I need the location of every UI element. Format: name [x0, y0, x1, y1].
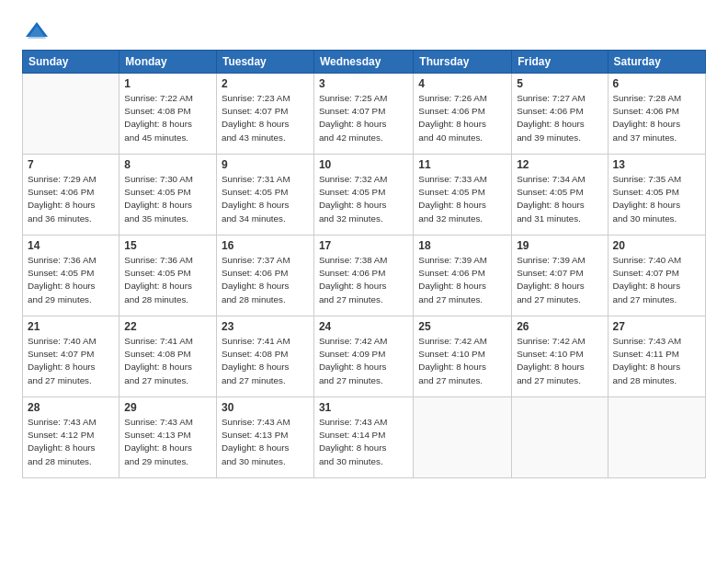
calendar-cell: 17Sunrise: 7:38 AMSunset: 4:06 PMDayligh…	[313, 236, 413, 316]
day-number: 14	[28, 239, 114, 252]
day-number: 5	[517, 77, 602, 90]
calendar-cell: 13Sunrise: 7:35 AMSunset: 4:05 PMDayligh…	[608, 155, 705, 236]
day-number: 1	[124, 77, 211, 90]
col-header-saturday: Saturday	[608, 51, 705, 74]
col-header-sunday: Sunday	[23, 51, 119, 74]
calendar-cell: 20Sunrise: 7:40 AMSunset: 4:07 PMDayligh…	[608, 236, 705, 316]
calendar-header-row: SundayMondayTuesdayWednesdayThursdayFrid…	[23, 51, 706, 74]
day-number: 31	[319, 401, 408, 414]
day-info: Sunrise: 7:43 AMSunset: 4:13 PMDaylight:…	[222, 416, 309, 468]
day-info: Sunrise: 7:22 AMSunset: 4:08 PMDaylight:…	[124, 92, 211, 144]
day-info: Sunrise: 7:39 AMSunset: 4:06 PMDaylight:…	[418, 254, 506, 306]
week-row-3: 21Sunrise: 7:40 AMSunset: 4:07 PMDayligh…	[23, 316, 706, 397]
day-number: 26	[517, 320, 602, 333]
col-header-friday: Friday	[512, 51, 608, 74]
day-number: 10	[319, 158, 408, 171]
calendar-cell: 26Sunrise: 7:42 AMSunset: 4:10 PMDayligh…	[512, 316, 608, 397]
day-info: Sunrise: 7:25 AMSunset: 4:07 PMDaylight:…	[319, 92, 408, 144]
day-info: Sunrise: 7:42 AMSunset: 4:09 PMDaylight:…	[319, 335, 408, 387]
calendar-cell: 16Sunrise: 7:37 AMSunset: 4:06 PMDayligh…	[216, 236, 313, 316]
day-info: Sunrise: 7:40 AMSunset: 4:07 PMDaylight:…	[613, 254, 700, 306]
day-info: Sunrise: 7:26 AMSunset: 4:06 PMDaylight:…	[418, 92, 506, 144]
calendar-cell: 19Sunrise: 7:39 AMSunset: 4:07 PMDayligh…	[512, 236, 608, 316]
page: SundayMondayTuesdayWednesdayThursdayFrid…	[0, 0, 728, 563]
day-info: Sunrise: 7:34 AMSunset: 4:05 PMDaylight:…	[517, 173, 602, 225]
calendar-cell: 12Sunrise: 7:34 AMSunset: 4:05 PMDayligh…	[512, 155, 608, 236]
day-number: 15	[124, 239, 211, 252]
day-number: 29	[124, 401, 211, 414]
day-number: 22	[124, 320, 211, 333]
day-number: 11	[418, 158, 506, 171]
day-number: 8	[124, 158, 211, 171]
day-number: 17	[319, 239, 408, 252]
calendar-cell: 6Sunrise: 7:28 AMSunset: 4:06 PMDaylight…	[608, 74, 705, 155]
day-number: 21	[28, 320, 114, 333]
day-number: 7	[28, 158, 114, 171]
day-info: Sunrise: 7:31 AMSunset: 4:05 PMDaylight:…	[222, 173, 309, 225]
day-info: Sunrise: 7:23 AMSunset: 4:07 PMDaylight:…	[222, 92, 309, 144]
day-info: Sunrise: 7:33 AMSunset: 4:05 PMDaylight:…	[418, 173, 506, 225]
day-info: Sunrise: 7:39 AMSunset: 4:07 PMDaylight:…	[517, 254, 602, 306]
calendar-cell: 7Sunrise: 7:29 AMSunset: 4:06 PMDaylight…	[23, 155, 119, 236]
calendar-cell: 2Sunrise: 7:23 AMSunset: 4:07 PMDaylight…	[216, 74, 313, 155]
calendar-cell: 11Sunrise: 7:33 AMSunset: 4:05 PMDayligh…	[414, 155, 512, 236]
week-row-0: 1Sunrise: 7:22 AMSunset: 4:08 PMDaylight…	[23, 74, 706, 155]
calendar-cell: 27Sunrise: 7:43 AMSunset: 4:11 PMDayligh…	[608, 316, 705, 397]
calendar-cell: 9Sunrise: 7:31 AMSunset: 4:05 PMDaylight…	[216, 155, 313, 236]
calendar-table: SundayMondayTuesdayWednesdayThursdayFrid…	[22, 50, 706, 478]
calendar-cell: 31Sunrise: 7:43 AMSunset: 4:14 PMDayligh…	[313, 397, 413, 478]
day-info: Sunrise: 7:41 AMSunset: 4:08 PMDaylight:…	[222, 335, 309, 387]
day-info: Sunrise: 7:38 AMSunset: 4:06 PMDaylight:…	[319, 254, 408, 306]
calendar-cell: 8Sunrise: 7:30 AMSunset: 4:05 PMDaylight…	[119, 155, 217, 236]
day-number: 4	[418, 77, 506, 90]
day-number: 30	[222, 401, 309, 414]
day-number: 20	[613, 239, 700, 252]
day-info: Sunrise: 7:35 AMSunset: 4:05 PMDaylight:…	[613, 173, 700, 225]
day-info: Sunrise: 7:42 AMSunset: 4:10 PMDaylight:…	[517, 335, 602, 387]
day-info: Sunrise: 7:43 AMSunset: 4:12 PMDaylight:…	[28, 416, 114, 468]
calendar-cell: 10Sunrise: 7:32 AMSunset: 4:05 PMDayligh…	[313, 155, 413, 236]
calendar-cell: 30Sunrise: 7:43 AMSunset: 4:13 PMDayligh…	[216, 397, 313, 478]
calendar-cell: 3Sunrise: 7:25 AMSunset: 4:07 PMDaylight…	[313, 74, 413, 155]
calendar-cell: 28Sunrise: 7:43 AMSunset: 4:12 PMDayligh…	[23, 397, 119, 478]
calendar-cell: 24Sunrise: 7:42 AMSunset: 4:09 PMDayligh…	[313, 316, 413, 397]
day-number: 24	[319, 320, 408, 333]
day-number: 2	[222, 77, 309, 90]
day-number: 18	[418, 239, 506, 252]
calendar-cell: 4Sunrise: 7:26 AMSunset: 4:06 PMDaylight…	[414, 74, 512, 155]
calendar-cell: 18Sunrise: 7:39 AMSunset: 4:06 PMDayligh…	[414, 236, 512, 316]
day-number: 12	[517, 158, 602, 171]
day-number: 23	[222, 320, 309, 333]
week-row-2: 14Sunrise: 7:36 AMSunset: 4:05 PMDayligh…	[23, 236, 706, 316]
day-number: 13	[613, 158, 700, 171]
day-info: Sunrise: 7:43 AMSunset: 4:13 PMDaylight:…	[124, 416, 211, 468]
calendar-cell	[23, 74, 119, 155]
day-info: Sunrise: 7:43 AMSunset: 4:14 PMDaylight:…	[319, 416, 408, 468]
day-number: 3	[319, 77, 408, 90]
logo	[22, 18, 50, 40]
week-row-4: 28Sunrise: 7:43 AMSunset: 4:12 PMDayligh…	[23, 397, 706, 478]
week-row-1: 7Sunrise: 7:29 AMSunset: 4:06 PMDaylight…	[23, 155, 706, 236]
calendar-cell	[608, 397, 705, 478]
day-info: Sunrise: 7:27 AMSunset: 4:06 PMDaylight:…	[517, 92, 602, 144]
calendar-cell: 14Sunrise: 7:36 AMSunset: 4:05 PMDayligh…	[23, 236, 119, 316]
calendar-cell: 29Sunrise: 7:43 AMSunset: 4:13 PMDayligh…	[119, 397, 217, 478]
day-info: Sunrise: 7:29 AMSunset: 4:06 PMDaylight:…	[28, 173, 114, 225]
calendar-cell	[512, 397, 608, 478]
day-info: Sunrise: 7:36 AMSunset: 4:05 PMDaylight:…	[124, 254, 211, 306]
calendar-cell: 5Sunrise: 7:27 AMSunset: 4:06 PMDaylight…	[512, 74, 608, 155]
day-info: Sunrise: 7:41 AMSunset: 4:08 PMDaylight:…	[124, 335, 211, 387]
day-number: 19	[517, 239, 602, 252]
col-header-thursday: Thursday	[414, 51, 512, 74]
day-info: Sunrise: 7:28 AMSunset: 4:06 PMDaylight:…	[613, 92, 700, 144]
calendar-cell	[414, 397, 512, 478]
day-number: 16	[222, 239, 309, 252]
day-info: Sunrise: 7:40 AMSunset: 4:07 PMDaylight:…	[28, 335, 114, 387]
day-info: Sunrise: 7:43 AMSunset: 4:11 PMDaylight:…	[613, 335, 700, 387]
day-info: Sunrise: 7:42 AMSunset: 4:10 PMDaylight:…	[418, 335, 506, 387]
day-info: Sunrise: 7:30 AMSunset: 4:05 PMDaylight:…	[124, 173, 211, 225]
calendar-cell: 15Sunrise: 7:36 AMSunset: 4:05 PMDayligh…	[119, 236, 217, 316]
day-info: Sunrise: 7:32 AMSunset: 4:05 PMDaylight:…	[319, 173, 408, 225]
calendar-cell: 23Sunrise: 7:41 AMSunset: 4:08 PMDayligh…	[216, 316, 313, 397]
calendar-cell: 21Sunrise: 7:40 AMSunset: 4:07 PMDayligh…	[23, 316, 119, 397]
